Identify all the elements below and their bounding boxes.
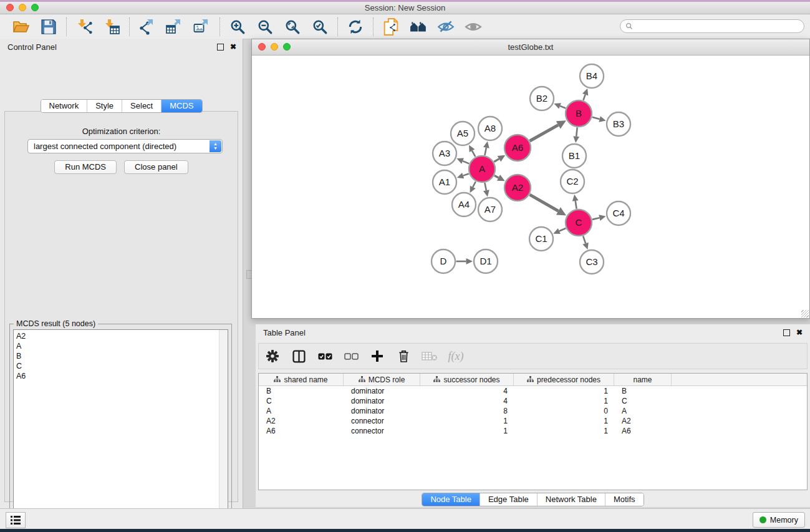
graph-edge-C-C1[interactable]: [559, 228, 566, 231]
table-cell: 1: [420, 417, 514, 425]
graph-edge-A-A3[interactable]: [463, 161, 469, 163]
graph-node-label: A6: [512, 142, 523, 153]
window-title: Session: New Session: [0, 2, 810, 14]
mcds-result-item[interactable]: C: [16, 361, 216, 371]
resize-grip[interactable]: [801, 310, 809, 317]
close-window-button[interactable]: [6, 4, 14, 11]
column-header-shared-name[interactable]: shared name: [259, 374, 344, 385]
graph-node-label: A1: [439, 177, 450, 187]
graph-edge-A-A8[interactable]: [485, 148, 486, 155]
mcds-result-listbox[interactable]: A2ABCA6: [13, 329, 228, 532]
graph-edge-A2-C[interactable]: [530, 195, 559, 211]
tab-edge-table[interactable]: Edge Table: [480, 493, 537, 506]
table-row[interactable]: Adominator80A: [259, 406, 807, 416]
column-header-successor-nodes[interactable]: successor nodes: [420, 374, 514, 385]
graph-edge-C-C2[interactable]: [576, 201, 577, 209]
export-image-icon[interactable]: [192, 17, 212, 37]
control-panel-title: Control Panel: [7, 42, 57, 52]
graph-edge-A-A5[interactable]: [472, 151, 475, 157]
table-row[interactable]: A6connector11A6: [259, 426, 807, 436]
column-header-MCDS-role[interactable]: MCDS role: [344, 374, 420, 385]
task-history-button[interactable]: [6, 512, 26, 528]
float-panel-icon[interactable]: [217, 44, 224, 51]
hide-style-icon[interactable]: [436, 17, 456, 37]
tab-network-table[interactable]: Network Table: [537, 493, 605, 506]
table-row[interactable]: A2connector11A2: [259, 416, 807, 426]
network-window-titlebar[interactable]: testGlobe.txt: [252, 39, 809, 56]
minimize-window-button[interactable]: [19, 4, 26, 11]
graph-edge-A-A2[interactable]: [494, 175, 499, 177]
mcds-result-item[interactable]: B: [16, 351, 216, 361]
zoom-selected-icon[interactable]: [310, 17, 330, 37]
mcds-result-item[interactable]: A2: [16, 331, 216, 341]
eye-icon[interactable]: [463, 17, 483, 37]
delete-icon[interactable]: [395, 347, 412, 365]
column-view-icon[interactable]: [290, 347, 307, 365]
zoom-window-button[interactable]: [31, 4, 39, 11]
edge-arrowhead: [457, 173, 464, 178]
table-row[interactable]: Bdominator41B: [259, 386, 807, 396]
column-header-name[interactable]: name: [614, 374, 672, 385]
table-cell: 4: [420, 397, 514, 405]
mcds-result-item[interactable]: A: [16, 341, 216, 351]
refresh-icon[interactable]: [345, 17, 365, 37]
table-float-panel-icon[interactable]: [783, 329, 790, 336]
tab-network[interactable]: Network: [41, 100, 87, 112]
column-header-label: shared name: [284, 375, 327, 384]
column-header-predecessor-nodes[interactable]: predecessor nodes: [514, 374, 614, 385]
table-cell: B: [259, 387, 344, 395]
graph-edge-B-B4[interactable]: [583, 95, 585, 100]
import-network-icon[interactable]: [74, 17, 94, 37]
graph-node-label: A7: [485, 204, 496, 215]
graph-edge-A-A6[interactable]: [494, 159, 499, 162]
mcds-result-item[interactable]: A6: [16, 371, 216, 381]
table-cell: A2: [614, 417, 672, 425]
network-canvas[interactable]: AA1A2A3A4A5A6A7A8BB1B2B3B4CC1C2C3C4DD1: [252, 56, 809, 318]
graph-edge-B-B3[interactable]: [592, 117, 600, 119]
table-cell: A2: [259, 417, 344, 425]
run-mcds-button[interactable]: Run MCDS: [54, 160, 117, 174]
criterion-dropdown[interactable]: largest connected component (directed) ▲…: [27, 139, 223, 153]
graph-edge-A-A7[interactable]: [485, 183, 486, 190]
graph-edge-C-C4[interactable]: [592, 218, 600, 220]
select-all-icon[interactable]: [316, 347, 334, 365]
export-network-icon[interactable]: [137, 17, 157, 37]
graph-edge-A-A1[interactable]: [463, 173, 469, 175]
deselect-all-icon[interactable]: [342, 347, 360, 365]
home-icon[interactable]: [408, 17, 428, 37]
graph-edge-B-B1[interactable]: [576, 127, 577, 136]
table-close-panel-icon[interactable]: ✖: [796, 328, 803, 337]
graph-node-label: C2: [566, 176, 578, 186]
zoom-fit-icon[interactable]: [282, 17, 302, 37]
open-folder-icon[interactable]: [11, 17, 31, 37]
import-table-icon[interactable]: [102, 17, 122, 37]
clone-network-icon[interactable]: [381, 17, 401, 37]
graph-node-label: C1: [535, 233, 547, 244]
tab-mcds[interactable]: MCDS: [161, 100, 201, 112]
search-input[interactable]: [635, 21, 804, 31]
graph-edge-B-B2[interactable]: [560, 106, 566, 109]
tab-node-table[interactable]: Node Table: [422, 493, 480, 506]
network-close-button[interactable]: [258, 43, 266, 51]
tab-select[interactable]: Select: [122, 100, 161, 112]
table-row[interactable]: Cdominator41C: [259, 396, 807, 406]
export-table-icon[interactable]: [165, 17, 185, 37]
zoom-in-icon[interactable]: [228, 17, 248, 37]
tab-motifs[interactable]: Motifs: [605, 493, 644, 506]
tab-style[interactable]: Style: [87, 100, 122, 112]
network-minimize-button[interactable]: [271, 43, 278, 51]
close-panel-button[interactable]: Close panel: [124, 160, 188, 174]
close-panel-icon[interactable]: ✖: [230, 42, 236, 51]
graph-edge-A-A4[interactable]: [473, 181, 476, 187]
memory-button[interactable]: Memory: [753, 512, 805, 528]
add-icon[interactable]: [369, 347, 386, 365]
zoom-out-icon[interactable]: [255, 17, 275, 37]
search-field[interactable]: [620, 19, 804, 33]
network-zoom-button[interactable]: [283, 43, 291, 51]
graph-edge-C-C3[interactable]: [583, 236, 586, 243]
gear-icon[interactable]: [264, 347, 281, 365]
save-icon[interactable]: [39, 17, 59, 37]
result-scrollbar[interactable]: [219, 330, 228, 532]
table-panel-title: Table Panel: [263, 328, 306, 337]
graph-edge-A6-B[interactable]: [530, 125, 559, 141]
